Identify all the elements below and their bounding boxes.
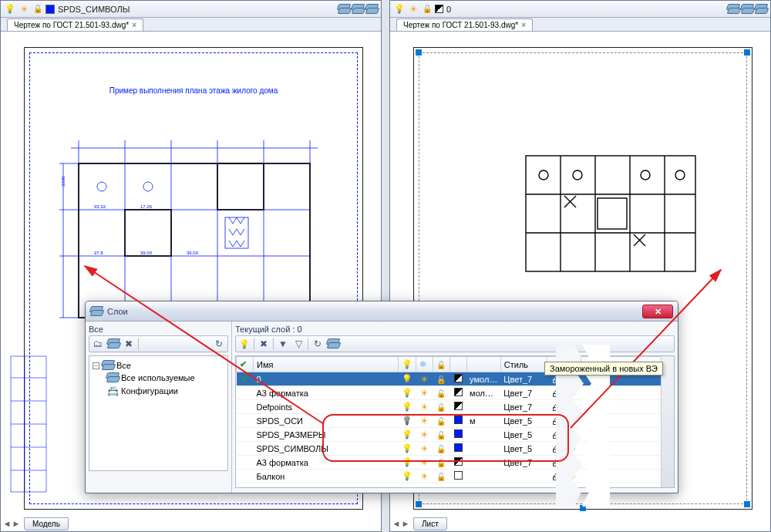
color-swatch[interactable] bbox=[454, 429, 463, 438]
color-swatch[interactable] bbox=[454, 471, 463, 480]
sun-icon[interactable] bbox=[420, 444, 429, 453]
sheet-tab[interactable]: Лист bbox=[413, 517, 447, 530]
selection-handle[interactable] bbox=[416, 49, 422, 56]
tree-node-used[interactable]: Все используемые bbox=[121, 373, 195, 382]
color-swatch[interactable] bbox=[454, 374, 463, 382]
close-tab-icon[interactable]: × bbox=[132, 21, 136, 29]
funnel-icon-2[interactable]: ▽ bbox=[292, 338, 305, 350]
selection-handle[interactable] bbox=[744, 49, 750, 56]
model-tab[interactable]: Модель bbox=[24, 517, 69, 530]
sun-icon[interactable] bbox=[420, 472, 429, 481]
color-swatch[interactable] bbox=[454, 402, 463, 410]
tree-collapse-icon[interactable]: − bbox=[93, 362, 99, 369]
sun-icon[interactable] bbox=[420, 375, 429, 384]
col-style[interactable]: Стиль bbox=[500, 357, 547, 372]
dialog-left-panel: Все 🗂 ✖ ↻ −Все Все используемые 📇Конфигу… bbox=[86, 322, 232, 493]
filter-stack-icon[interactable] bbox=[107, 338, 120, 349]
file-tab[interactable]: Чертеж по ГОСТ 21.501-93.dwg* × bbox=[7, 19, 143, 31]
tab-next-icon[interactable]: ► bbox=[12, 519, 21, 528]
layer-color-square[interactable] bbox=[45, 5, 55, 14]
layers-stack-icon-2[interactable] bbox=[352, 4, 364, 15]
lock-icon[interactable] bbox=[436, 389, 446, 398]
layers-stack-icon-3[interactable] bbox=[365, 4, 378, 15]
tab-prev-icon[interactable]: ◄ bbox=[2, 519, 12, 528]
layer-style[interactable]: Цвет_5 bbox=[500, 428, 547, 442]
selection-handle[interactable] bbox=[744, 501, 750, 507]
sun-icon[interactable] bbox=[420, 458, 429, 467]
lock-icon[interactable] bbox=[436, 444, 446, 453]
selection-handle[interactable] bbox=[416, 501, 422, 507]
sun-icon[interactable] bbox=[407, 3, 419, 15]
current-layer-name[interactable]: 0 bbox=[446, 5, 451, 14]
refresh-icon[interactable]: ↻ bbox=[311, 338, 324, 350]
bulb-icon[interactable] bbox=[4, 3, 16, 15]
color-swatch[interactable] bbox=[454, 443, 463, 452]
layer-style[interactable]: Цвет_7 bbox=[500, 372, 547, 386]
lock-icon[interactable] bbox=[436, 472, 446, 481]
sun-icon[interactable] bbox=[420, 402, 429, 412]
current-layer-name[interactable]: SPDS_СИМВОЛЫ bbox=[58, 5, 130, 14]
lock-icon bbox=[436, 360, 446, 369]
layers-stack-icon[interactable] bbox=[338, 4, 350, 15]
bulb-icon[interactable] bbox=[402, 388, 412, 397]
tree-node-config[interactable]: Конфигурации bbox=[121, 386, 178, 396]
sun-icon[interactable] bbox=[18, 3, 30, 15]
sun-icon[interactable] bbox=[420, 416, 429, 426]
sun-icon[interactable] bbox=[420, 389, 429, 398]
layer-style[interactable]: Цвет_5 bbox=[500, 414, 547, 428]
bulb-icon[interactable] bbox=[238, 338, 251, 350]
layer-style[interactable] bbox=[500, 470, 547, 483]
dialog-right-panel: Текущий слой : 0 ✖ ▼ ▽ ↻ Имя bbox=[232, 322, 678, 493]
dialog-titlebar[interactable]: Слои ✕ bbox=[86, 301, 678, 322]
lock-icon[interactable] bbox=[32, 3, 44, 15]
bulb-icon[interactable] bbox=[402, 374, 412, 383]
layer-name-cell[interactable]: Балкон bbox=[254, 470, 399, 483]
layer-name-cell[interactable]: Defpoints bbox=[254, 400, 399, 414]
layer-name-cell[interactable]: 0 bbox=[254, 372, 399, 386]
lock-icon[interactable] bbox=[436, 375, 446, 384]
bulb-icon[interactable] bbox=[402, 429, 412, 439]
layer-style[interactable]: Цвет_7 bbox=[500, 386, 547, 400]
bulb-icon[interactable] bbox=[402, 416, 412, 425]
layers-apply-icon[interactable] bbox=[327, 338, 339, 349]
bulb-icon[interactable] bbox=[402, 443, 412, 453]
delete-icon[interactable]: ✖ bbox=[258, 338, 270, 350]
bulb-icon[interactable] bbox=[402, 402, 412, 411]
delete-icon[interactable]: ✖ bbox=[123, 338, 135, 350]
lock-icon[interactable] bbox=[436, 416, 446, 426]
layers-stack-icon[interactable] bbox=[727, 4, 739, 15]
layers-stack-icon-2[interactable] bbox=[741, 4, 753, 15]
refresh-icon[interactable]: ↻ bbox=[213, 338, 225, 350]
close-button[interactable]: ✕ bbox=[642, 305, 673, 318]
color-swatch[interactable] bbox=[454, 416, 463, 424]
tree-root[interactable]: Все bbox=[116, 361, 131, 370]
lock-icon[interactable] bbox=[436, 402, 446, 412]
layer-name-cell[interactable]: А3 форматка bbox=[254, 456, 399, 470]
col-name[interactable]: Имя bbox=[254, 357, 399, 372]
color-swatch[interactable] bbox=[454, 388, 463, 396]
bulb-icon[interactable] bbox=[393, 3, 406, 15]
layer-name-cell[interactable]: SPDS_ОСИ bbox=[254, 414, 399, 428]
layer-name-cell[interactable]: A3 форматка bbox=[254, 386, 399, 400]
layer-style[interactable]: Цвет_5 bbox=[500, 442, 547, 456]
close-tab-icon[interactable]: × bbox=[521, 21, 526, 29]
file-tab[interactable]: Чертеж по ГОСТ 21.501-93.dwg* × bbox=[396, 19, 533, 31]
layers-stack-icon-3[interactable] bbox=[755, 4, 767, 15]
layer-style[interactable]: Цвет_7 bbox=[500, 400, 547, 414]
layer-color-square[interactable] bbox=[435, 5, 443, 13]
tab-next-icon[interactable]: ► bbox=[401, 519, 410, 528]
color-swatch[interactable] bbox=[454, 457, 463, 466]
layer-name-cell[interactable]: SPDS_СИМВОЛЫ bbox=[254, 442, 399, 456]
filter-tree[interactable]: −Все Все используемые 📇Конфигурации bbox=[89, 355, 228, 471]
sun-icon[interactable] bbox=[420, 430, 429, 439]
tab-prev-icon[interactable]: ◄ bbox=[392, 519, 401, 528]
funnel-icon[interactable]: ▼ bbox=[277, 338, 289, 350]
layer-name-cell[interactable]: SPDS_РАЗМЕРЫ bbox=[254, 428, 399, 442]
bulb-icon[interactable] bbox=[402, 457, 412, 466]
new-filter-icon[interactable]: 🗂 bbox=[92, 338, 104, 350]
layer-style[interactable]: Цвет_7 bbox=[500, 456, 547, 470]
lock-icon[interactable] bbox=[436, 458, 446, 467]
bulb-icon[interactable] bbox=[402, 471, 412, 480]
lock-icon[interactable] bbox=[436, 430, 446, 439]
lock-icon[interactable] bbox=[421, 3, 433, 15]
